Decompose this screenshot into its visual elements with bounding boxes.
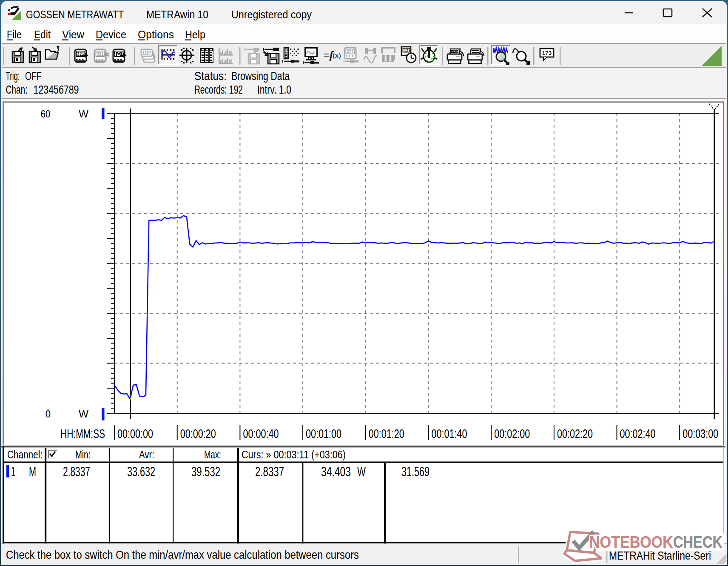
svg-text:00:00:00: 00:00:00 — [117, 427, 153, 440]
svg-text:00:02:00: 00:02:00 — [494, 427, 530, 440]
svg-text:METRAwin 10: METRAwin 10 — [146, 8, 208, 21]
svg-text:39.532: 39.532 — [191, 464, 220, 479]
svg-text:12: 12 — [404, 49, 409, 53]
svg-text:2.8337: 2.8337 — [255, 464, 284, 479]
svg-text:1257: 1257 — [142, 51, 151, 57]
svg-text:1?3: 1?3 — [542, 50, 552, 56]
svg-text:00:01:40: 00:01:40 — [432, 427, 467, 440]
svg-text:321: 321 — [347, 49, 354, 54]
svg-text:Device: Device — [96, 28, 126, 41]
svg-text:321: 321 — [77, 51, 84, 57]
svg-text:0: 0 — [46, 408, 51, 420]
svg-text:Status:: Status: — [194, 69, 227, 83]
svg-text:(x): (x) — [333, 51, 341, 60]
svg-text:00:00:40: 00:00:40 — [243, 427, 279, 440]
svg-text:00:02:40: 00:02:40 — [620, 427, 656, 440]
svg-text:Intrv. 1.0: Intrv. 1.0 — [257, 83, 291, 96]
svg-text:NOTEBOOK: NOTEBOOK — [589, 533, 673, 551]
svg-text:2.8337: 2.8337 — [63, 464, 90, 479]
svg-text:Check the box to switch On the: Check the box to switch On the min/avr/m… — [6, 548, 359, 561]
svg-text:OFF: OFF — [25, 69, 42, 83]
svg-text:View: View — [62, 28, 84, 41]
svg-text:Records: 192: Records: 192 — [194, 83, 243, 96]
svg-text:Unregistered copy: Unregistered copy — [231, 8, 312, 21]
svg-text:31.569: 31.569 — [401, 464, 429, 479]
svg-text:Edit: Edit — [34, 28, 51, 41]
svg-text:33.632: 33.632 — [127, 464, 155, 479]
svg-text:00:02:20: 00:02:20 — [557, 427, 593, 440]
svg-text:321: 321 — [97, 51, 104, 57]
svg-text:Help: Help — [185, 28, 205, 41]
svg-text:Curs: » 00:03:11 (+03:06): Curs: » 00:03:11 (+03:06) — [242, 448, 346, 461]
svg-text:00:03:00: 00:03:00 — [682, 427, 718, 440]
svg-text:CHECK: CHECK — [673, 533, 722, 551]
svg-text:00:01:20: 00:01:20 — [369, 427, 404, 440]
svg-text:M: M — [115, 51, 122, 57]
svg-text:M: M — [29, 464, 36, 479]
svg-text:1: 1 — [11, 464, 15, 479]
svg-text:Options: Options — [138, 28, 174, 41]
svg-text:34.403: 34.403 — [321, 464, 351, 479]
svg-text:Max:: Max: — [204, 448, 221, 461]
svg-text:Channel:: Channel: — [7, 448, 43, 461]
svg-text:123456789: 123456789 — [34, 83, 79, 96]
svg-text:00:00:20: 00:00:20 — [180, 427, 216, 440]
svg-text:Browsing Data: Browsing Data — [231, 69, 290, 83]
svg-text:W: W — [79, 408, 89, 420]
svg-text:00:01:00: 00:01:00 — [306, 427, 341, 440]
svg-text:File: File — [7, 28, 22, 41]
svg-text:Trig:: Trig: — [6, 69, 20, 83]
svg-text:Chan:: Chan: — [6, 83, 28, 96]
svg-text:HH:MM:SS: HH:MM:SS — [60, 427, 105, 440]
svg-text:60: 60 — [41, 108, 51, 120]
svg-text:W: W — [357, 464, 366, 479]
svg-text:W: W — [79, 108, 89, 120]
svg-text:Avr:: Avr: — [139, 448, 154, 461]
svg-text:Min:: Min: — [75, 448, 91, 461]
svg-text:GOSSEN METRAWATT: GOSSEN METRAWATT — [26, 8, 124, 21]
